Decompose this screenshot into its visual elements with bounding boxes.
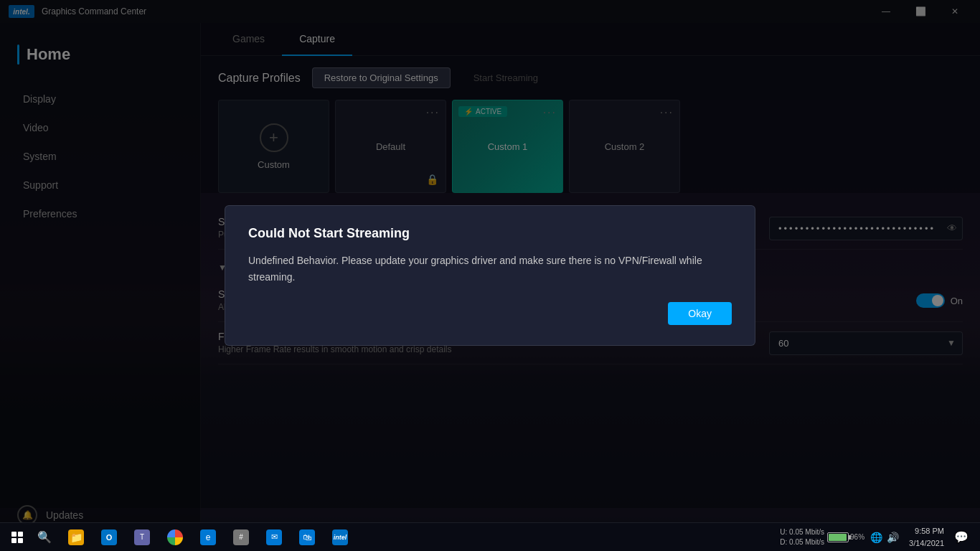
calc-icon: # <box>233 529 249 545</box>
volume-icon: 🔊 <box>887 532 899 543</box>
outlook-icon: O <box>101 529 117 545</box>
time-date: 9:58 PM 3/14/2021 <box>905 525 948 549</box>
taskbar-app-chrome[interactable] <box>159 523 191 552</box>
main-layout: Home Display Video System Support Prefer… <box>0 23 980 551</box>
battery-icon <box>827 532 849 542</box>
mail-icon: ✉ <box>266 529 282 545</box>
start-icon <box>11 532 23 543</box>
taskbar-system-icons: 🌐 🔊 <box>867 532 902 543</box>
modal-overlay: Could Not Start Streaming Undefined Beha… <box>201 23 980 551</box>
modal-title: Could Not Start Streaming <box>248 226 732 241</box>
notification-button[interactable]: 💬 <box>951 527 971 547</box>
error-modal: Could Not Start Streaming Undefined Beha… <box>225 205 755 346</box>
wifi-icon: 🌐 <box>870 532 882 543</box>
intel-icon: intel <box>332 529 348 545</box>
battery-indicator: 96% <box>827 532 864 542</box>
battery-fill <box>829 534 847 541</box>
battery-percentage: 96% <box>850 533 864 541</box>
store-icon: 🛍 <box>299 529 315 545</box>
chrome-icon <box>167 529 183 545</box>
explorer-icon: 📁 <box>68 529 84 545</box>
taskbar-app-intel[interactable]: intel <box>324 523 356 552</box>
taskbar: 🔍 📁 O T e # ✉ 🛍 intel U: 0.05 <box>0 522 980 551</box>
app-container: intel. Graphics Command Center — ⬜ ✕ Hom… <box>0 0 980 551</box>
taskbar-right: U: 0.05 Mbit/s D: 0.05 Mbit/s 96% 🌐 🔊 9:… <box>780 525 977 549</box>
edge-icon: e <box>200 529 216 545</box>
taskbar-app-teams[interactable]: T <box>126 523 158 552</box>
taskbar-app-calc[interactable]: # <box>225 523 257 552</box>
content-area: Games Capture Capture Profiles Restore t… <box>201 23 980 551</box>
network-stats: U: 0.05 Mbit/s D: 0.05 Mbit/s <box>780 527 824 547</box>
taskbar-apps: 📁 O T e # ✉ 🛍 intel <box>60 523 356 552</box>
taskbar-app-edge[interactable]: e <box>192 523 224 552</box>
taskbar-search-button[interactable]: 🔍 <box>32 524 57 550</box>
taskbar-app-store[interactable]: 🛍 <box>291 523 323 552</box>
modal-body: Undefined Behavior. Please update your g… <box>248 253 732 285</box>
teams-icon: T <box>134 529 150 545</box>
start-button[interactable] <box>3 523 32 552</box>
taskbar-app-outlook[interactable]: O <box>93 523 125 552</box>
modal-okay-button[interactable]: Okay <box>668 302 732 325</box>
modal-footer: Okay <box>248 302 732 325</box>
taskbar-app-mail[interactable]: ✉ <box>258 523 290 552</box>
taskbar-app-explorer[interactable]: 📁 <box>60 523 92 552</box>
